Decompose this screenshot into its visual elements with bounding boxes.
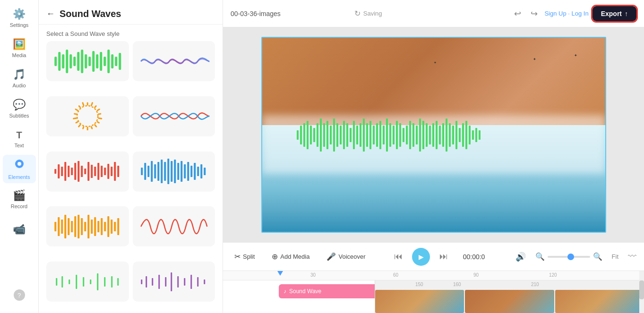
svg-line-37 bbox=[79, 106, 80, 108]
svg-rect-47 bbox=[77, 161, 79, 182]
sidebar-item-elements-label: Elements bbox=[9, 174, 30, 180]
svg-rect-15 bbox=[103, 57, 106, 66]
svg-rect-147 bbox=[383, 126, 385, 144]
svg-rect-102 bbox=[69, 279, 70, 284]
svg-rect-51 bbox=[91, 165, 93, 178]
volume-button[interactable]: 🔊 bbox=[515, 252, 526, 262]
fit-button[interactable]: Fit bbox=[612, 253, 618, 260]
svg-rect-153 bbox=[403, 128, 404, 142]
play-button[interactable]: ▶ bbox=[412, 248, 430, 266]
svg-rect-151 bbox=[396, 121, 398, 149]
wave-style-6[interactable] bbox=[133, 152, 215, 192]
svg-line-28 bbox=[95, 125, 96, 127]
svg-rect-129 bbox=[323, 123, 325, 147]
sidebar-item-audio[interactable]: 🎵 Audio bbox=[3, 64, 36, 93]
svg-line-29 bbox=[91, 127, 92, 129]
skip-back-button[interactable]: ⏮ bbox=[394, 252, 403, 262]
svg-rect-16 bbox=[107, 50, 110, 73]
wave-style-7[interactable] bbox=[46, 206, 129, 246]
waveform-button[interactable]: 〰 bbox=[628, 252, 636, 262]
split-icon: ✂ bbox=[234, 252, 240, 261]
saving-status: ↻ Saving bbox=[354, 9, 382, 18]
svg-rect-65 bbox=[157, 162, 159, 181]
auth-links[interactable]: Sign Up · Log In bbox=[544, 10, 588, 17]
svg-rect-143 bbox=[369, 121, 371, 149]
svg-rect-100 bbox=[56, 278, 57, 286]
saving-label: Saving bbox=[363, 10, 382, 17]
wave-style-9[interactable] bbox=[46, 262, 129, 302]
svg-rect-113 bbox=[158, 275, 160, 289]
split-label: Split bbox=[243, 253, 255, 260]
wave-style-2[interactable] bbox=[133, 41, 215, 81]
svg-rect-137 bbox=[350, 128, 352, 142]
split-button[interactable]: ✂ Split bbox=[231, 250, 258, 263]
undo-button[interactable]: ↩ bbox=[511, 7, 524, 21]
scrollbar-track[interactable] bbox=[639, 271, 644, 313]
svg-rect-12 bbox=[92, 51, 94, 72]
svg-rect-69 bbox=[171, 161, 172, 182]
svg-rect-174 bbox=[472, 130, 474, 140]
svg-point-1 bbox=[17, 162, 21, 166]
zoom-out-button[interactable]: 🔍 bbox=[535, 252, 545, 261]
sidebar-item-record[interactable]: 🎬 Record bbox=[3, 185, 36, 213]
svg-rect-13 bbox=[96, 54, 98, 68]
wave-style-8[interactable] bbox=[133, 206, 215, 246]
playhead bbox=[277, 271, 283, 276]
timeline-marker-60: 60 bbox=[393, 272, 398, 278]
sidebar-item-media-label: Media bbox=[12, 52, 26, 58]
scrollbar-thumb[interactable] bbox=[639, 280, 644, 299]
svg-rect-78 bbox=[200, 164, 202, 178]
zoom-thumb bbox=[567, 254, 574, 260]
svg-rect-63 bbox=[151, 161, 153, 182]
login-link[interactable]: Log In bbox=[572, 10, 589, 17]
export-button[interactable]: Export ↑ bbox=[592, 6, 636, 21]
svg-rect-122 bbox=[300, 126, 302, 144]
panel-back-button[interactable]: ← bbox=[46, 9, 55, 19]
sidebar-item-text[interactable]: T Text bbox=[3, 125, 36, 153]
svg-rect-99 bbox=[117, 218, 119, 235]
timeline-marker-30: 30 bbox=[310, 272, 316, 278]
svg-rect-93 bbox=[97, 221, 99, 232]
add-media-button[interactable]: ⊕ Add Media bbox=[268, 250, 313, 263]
sidebar-item-media[interactable]: 🖼️ Media bbox=[3, 34, 36, 62]
svg-rect-167 bbox=[449, 123, 451, 147]
svg-rect-97 bbox=[111, 220, 112, 234]
svg-rect-146 bbox=[379, 121, 381, 149]
svg-rect-59 bbox=[117, 166, 119, 177]
signup-link[interactable]: Sign Up bbox=[544, 10, 566, 17]
skip-forward-button[interactable]: ⏭ bbox=[439, 252, 448, 262]
record-icon: 🎬 bbox=[13, 189, 26, 202]
sidebar-item-subtitles[interactable]: 💬 Subtitles bbox=[3, 94, 36, 123]
svg-rect-41 bbox=[58, 164, 60, 178]
svg-rect-6 bbox=[69, 54, 72, 68]
svg-rect-18 bbox=[115, 57, 117, 66]
sidebar-item-settings[interactable]: ⚙️ Settings bbox=[3, 4, 36, 32]
wave-style-4[interactable] bbox=[133, 96, 215, 136]
svg-line-32 bbox=[79, 125, 80, 127]
main-area: 00-03-36-images ↻ Saving ↩ ↪ Sign Up · L… bbox=[223, 0, 644, 313]
panel-title: Sound Waves bbox=[60, 8, 121, 19]
zoom-in-button[interactable]: 🔍 bbox=[593, 252, 602, 261]
voiceover-button[interactable]: 🎤 Voiceover bbox=[323, 250, 369, 263]
svg-rect-76 bbox=[194, 163, 196, 180]
sidebar-item-video[interactable]: 📹 bbox=[3, 215, 36, 244]
wave-style-1[interactable] bbox=[46, 41, 129, 81]
zoom-slider[interactable] bbox=[548, 256, 590, 258]
wave-style-grid bbox=[39, 41, 223, 313]
svg-rect-114 bbox=[165, 277, 166, 287]
sidebar: ⚙️ Settings 🖼️ Media 🎵 Audio 💬 Subtitles… bbox=[0, 0, 39, 313]
redo-button[interactable]: ↪ bbox=[528, 7, 541, 21]
svg-rect-145 bbox=[376, 123, 378, 147]
svg-line-25 bbox=[99, 114, 101, 114]
bottom-controls: ✂ Split ⊕ Add Media 🎤 Voiceover ⏮ ▶ ⏭ 00… bbox=[223, 242, 644, 271]
wave-style-3[interactable] bbox=[46, 96, 129, 136]
svg-rect-101 bbox=[61, 276, 63, 288]
wave-style-5[interactable] bbox=[46, 152, 129, 192]
svg-rect-73 bbox=[184, 164, 186, 178]
sidebar-item-elements[interactable]: Elements bbox=[3, 155, 36, 183]
sidebar-item-help[interactable]: ? bbox=[3, 281, 36, 309]
play-icon: ▶ bbox=[419, 253, 424, 261]
svg-rect-40 bbox=[54, 169, 56, 174]
wave-style-10[interactable] bbox=[133, 262, 215, 302]
svg-rect-50 bbox=[87, 162, 89, 181]
